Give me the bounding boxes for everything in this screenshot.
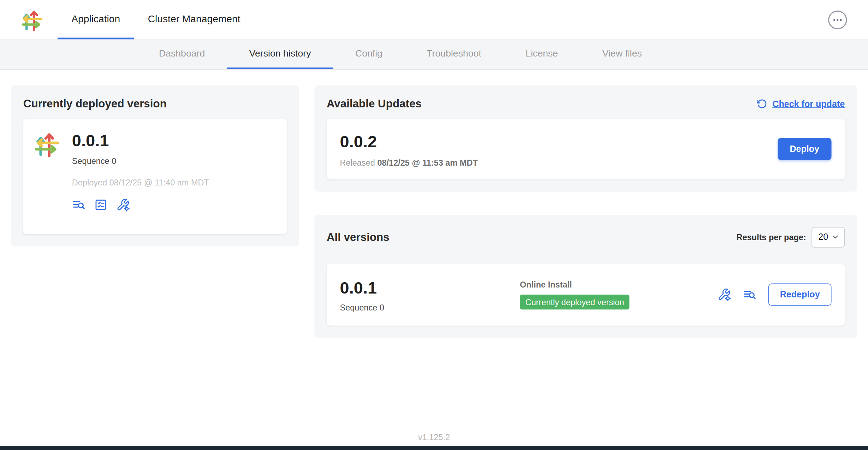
available-updates-section: Available Updates Check for update 0.0.2…: [314, 85, 857, 191]
tab-view-files[interactable]: View files: [580, 40, 664, 69]
currently-deployed-title: Currently deployed version: [23, 97, 287, 110]
released-prefix: Released: [340, 158, 375, 167]
app-logo-icon: [21, 7, 43, 32]
edit-config-wrench-gear-icon[interactable]: [116, 198, 130, 211]
console-version: v1.125.2: [0, 432, 868, 442]
check-for-update-label: Check for update: [772, 99, 845, 109]
tab-troubleshoot[interactable]: Troubleshoot: [405, 40, 504, 69]
tab-dashboard[interactable]: Dashboard: [137, 40, 227, 69]
version-row: 0.0.1 Sequence 0 Online Install Currentl…: [327, 264, 845, 326]
deployed-timestamp: Deployed 08/12/25 @ 11:40 am MDT: [72, 177, 209, 187]
main-content: Currently deployed version 0.0.1 Sequenc…: [0, 70, 868, 338]
tab-version-history-label: Version history: [249, 48, 311, 59]
tab-config[interactable]: Config: [333, 40, 404, 69]
bottom-strip: [0, 446, 868, 450]
app-subnav: Dashboard Version history Config Trouble…: [0, 40, 868, 70]
deployed-version-info: 0.0.1 Sequence 0 Deployed 08/12/25 @ 11:…: [72, 130, 209, 223]
available-updates-header: Available Updates Check for update: [327, 97, 845, 110]
version-row-status: Online Install Currently deployed versio…: [520, 280, 630, 310]
tab-application-label: Application: [71, 13, 120, 25]
tab-license-label: License: [525, 48, 558, 59]
released-timestamp: 08/12/25 @ 11:53 am MDT: [377, 158, 477, 167]
tab-view-files-label: View files: [602, 48, 642, 59]
page: Application Cluster Management Dashboard…: [0, 0, 868, 450]
update-released-line: Released 08/12/25 @ 11:53 am MDT: [340, 158, 478, 167]
results-per-page-select[interactable]: 20: [811, 227, 845, 247]
left-column: Currently deployed version 0.0.1 Sequenc…: [11, 85, 299, 246]
update-info: 0.0.2 Released 08/12/25 @ 11:53 am MDT: [340, 131, 478, 167]
tab-license[interactable]: License: [504, 40, 580, 69]
app-logo-icon: [34, 130, 60, 158]
all-versions-section: All versions Results per page: 20 0.0.: [314, 214, 857, 338]
chevron-down-icon: [831, 232, 840, 241]
version-row-info: 0.0.1 Sequence 0: [340, 277, 520, 313]
tab-troubleshoot-label: Troubleshoot: [427, 48, 481, 59]
deployed-version-card: 0.0.1 Sequence 0 Deployed 08/12/25 @ 11:…: [23, 119, 287, 234]
right-column: Available Updates Check for update 0.0.2…: [314, 85, 857, 338]
results-per-page-label: Results per page:: [736, 232, 806, 242]
top-tabs: Application Cluster Management: [58, 0, 254, 39]
tab-cluster-management-label: Cluster Management: [148, 13, 240, 25]
results-per-page: Results per page: 20: [736, 227, 845, 247]
deployed-sequence: Sequence 0: [72, 156, 209, 165]
deploy-button[interactable]: Deploy: [778, 138, 832, 160]
row-sequence: Sequence 0: [340, 303, 520, 312]
available-updates-title: Available Updates: [327, 97, 422, 110]
overflow-menu-button[interactable]: [828, 10, 847, 29]
check-for-update-link[interactable]: Check for update: [757, 99, 845, 109]
app-logo: [21, 0, 43, 39]
tab-version-history[interactable]: Version history: [227, 40, 333, 69]
currently-deployed-badge: Currently deployed version: [520, 295, 630, 309]
tab-dashboard-label: Dashboard: [159, 48, 205, 59]
version-row-actions: Redeploy: [718, 284, 832, 306]
tab-cluster-management[interactable]: Cluster Management: [134, 0, 254, 39]
currently-deployed-card: Currently deployed version 0.0.1 Sequenc…: [11, 85, 299, 246]
tab-config-label: Config: [355, 48, 382, 59]
ellipsis-icon: [832, 14, 843, 25]
row-edit-config-wrench-gear-icon[interactable]: [718, 288, 731, 302]
row-version-number: 0.0.1: [340, 277, 520, 298]
deployed-actions: [72, 198, 209, 211]
results-per-page-value: 20: [818, 232, 828, 242]
preflight-checklist-icon[interactable]: [94, 198, 107, 211]
update-version-number: 0.0.2: [340, 131, 478, 152]
tab-application[interactable]: Application: [58, 0, 134, 39]
update-row: 0.0.2 Released 08/12/25 @ 11:53 am MDT D…: [327, 119, 845, 179]
redeploy-button[interactable]: Redeploy: [768, 284, 832, 306]
topnav-spacer: [254, 0, 828, 39]
top-nav: Application Cluster Management: [0, 0, 868, 40]
view-logs-icon[interactable]: [72, 198, 85, 211]
all-versions-title: All versions: [327, 231, 390, 243]
install-type: Online Install: [520, 280, 630, 289]
all-versions-header: All versions Results per page: 20: [327, 227, 845, 247]
refresh-icon: [757, 99, 767, 109]
row-view-logs-icon[interactable]: [743, 288, 756, 302]
deployed-version-number: 0.0.1: [72, 130, 209, 151]
